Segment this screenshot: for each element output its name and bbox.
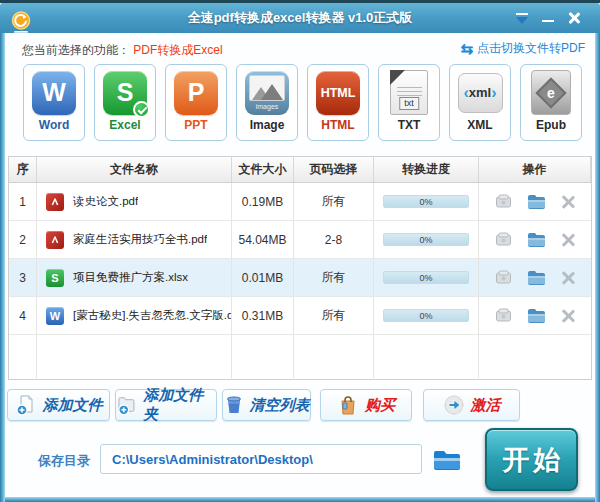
txt-icon: txt xyxy=(390,70,428,115)
open-file-icon[interactable] xyxy=(495,232,512,247)
function-bar: 您当前选择的功能： PDF转换成Excel ⇆ 点击切换文件转PDF xyxy=(5,33,595,63)
page-selection[interactable]: 所有 xyxy=(294,183,374,220)
xml-icon: ‹xml› xyxy=(458,73,503,113)
window-top-edge xyxy=(0,0,600,3)
page-selection[interactable]: 所有 xyxy=(294,259,374,296)
file-size: 0.31MB xyxy=(232,297,294,334)
close-icon xyxy=(568,12,580,24)
excel-file-icon: S xyxy=(46,269,64,287)
file-size: 54.04MB xyxy=(232,221,294,258)
check-badge-icon xyxy=(133,101,150,118)
add-file-label: 添加文件 xyxy=(43,396,103,415)
progress-bar: 0% xyxy=(383,233,469,246)
header-actions: 操作 xyxy=(479,157,591,182)
word-file-icon: W xyxy=(46,307,64,325)
window-right-edge xyxy=(595,33,600,502)
app-window: 全速pdf转换成excel转换器 v1.0正式版 您当前选择的功能： PDF转换… xyxy=(0,0,600,502)
file-size: 0.01MB xyxy=(232,259,294,296)
table-row-selected[interactable]: 3 S 项目免费推广方案.xlsx 0.01MB 所有 0% xyxy=(9,259,591,297)
format-word-label: Word xyxy=(24,118,84,132)
format-image[interactable]: images Image xyxy=(236,64,298,141)
table-row[interactable]: 2 家庭生活实用技巧全书.pdf 54.04MB 2-8 0% xyxy=(9,221,591,259)
delete-icon[interactable] xyxy=(561,233,575,247)
format-epub-label: Epub xyxy=(521,118,581,132)
page-selection[interactable]: 所有 xyxy=(294,297,374,334)
format-txt-label: TXT xyxy=(379,118,439,132)
format-txt[interactable]: txt TXT xyxy=(378,64,440,141)
file-name: 读史论文.pdf xyxy=(73,194,138,209)
row-index: 2 xyxy=(9,221,37,258)
open-folder-icon[interactable] xyxy=(527,232,546,247)
format-excel-label: Excel xyxy=(95,118,155,132)
titlebar[interactable]: 全速pdf转换成excel转换器 v1.0正式版 xyxy=(0,3,600,33)
switch-mode-label: 点击切换文件转PDF xyxy=(477,40,585,57)
activate-label: 激活 xyxy=(471,396,501,415)
table-empty-row xyxy=(9,335,591,378)
app-logo-icon xyxy=(9,10,33,34)
open-file-icon[interactable] xyxy=(495,270,512,285)
header-progress: 转换进度 xyxy=(374,157,479,182)
pdf-file-icon xyxy=(46,231,64,249)
header-index: 序 xyxy=(9,157,37,182)
add-folder-button[interactable]: 添加文件夹 xyxy=(115,389,217,421)
format-epub[interactable]: e Epub xyxy=(520,64,582,141)
format-ppt-label: PPT xyxy=(166,118,226,132)
add-folder-label: 添加文件夹 xyxy=(143,386,216,424)
word-icon: W xyxy=(32,71,76,115)
minimize-button[interactable] xyxy=(538,9,558,27)
page-selection[interactable]: 2-8 xyxy=(294,221,374,258)
progress-bar: 0% xyxy=(383,195,469,208)
current-function: PDF转换成Excel xyxy=(133,43,222,57)
file-name: [蒙古秘史].失吉忽秃忽.文字版.doc xyxy=(73,308,231,323)
add-file-button[interactable]: 添加文件 xyxy=(7,389,110,421)
table-header: 序 文件名称 文件大小 页码选择 转换进度 操作 xyxy=(9,157,591,183)
progress-bar: 0% xyxy=(383,309,469,322)
buy-button[interactable]: 购买 xyxy=(320,389,412,421)
save-dir-label: 保存目录 xyxy=(38,452,90,470)
format-excel[interactable]: S Excel xyxy=(94,64,156,141)
activate-icon xyxy=(443,394,465,416)
file-size: 0.19MB xyxy=(232,183,294,220)
add-folder-icon xyxy=(116,394,137,416)
format-ppt[interactable]: P PPT xyxy=(165,64,227,141)
switch-mode-link[interactable]: ⇆ 点击切换文件转PDF xyxy=(460,40,585,57)
format-html[interactable]: HTML HTML xyxy=(307,64,369,141)
image-icon: images xyxy=(245,71,289,115)
ppt-icon: P xyxy=(174,71,218,115)
save-path-input[interactable] xyxy=(100,444,422,474)
header-filename: 文件名称 xyxy=(37,157,232,182)
table-row[interactable]: 1 读史论文.pdf 0.19MB 所有 0% xyxy=(9,183,591,221)
delete-icon[interactable] xyxy=(561,271,575,285)
file-table: 序 文件名称 文件大小 页码选择 转换进度 操作 1 读史论文.pdf 0.19… xyxy=(8,156,592,380)
file-name: 家庭生活实用技巧全书.pdf xyxy=(73,232,207,247)
function-label: 您当前选择的功能： xyxy=(22,43,130,57)
skin-menu-icon[interactable] xyxy=(512,9,532,27)
open-folder-icon[interactable] xyxy=(527,270,546,285)
folder-browse-icon[interactable] xyxy=(432,448,462,472)
window-bottom-edge xyxy=(0,497,600,502)
buy-icon xyxy=(337,394,359,416)
close-button[interactable] xyxy=(564,9,584,27)
format-xml-label: XML xyxy=(450,118,510,132)
format-xml[interactable]: ‹xml› XML xyxy=(449,64,511,141)
table-row[interactable]: 4 W [蒙古秘史].失吉忽秃忽.文字版.doc 0.31MB 所有 0% xyxy=(9,297,591,335)
file-name: 项目免费推广方案.xlsx xyxy=(73,270,188,285)
format-image-label: Image xyxy=(237,118,297,132)
window-left-edge xyxy=(0,33,5,502)
format-html-label: HTML xyxy=(308,118,368,132)
add-file-icon xyxy=(15,394,37,416)
buy-label: 购买 xyxy=(365,396,395,415)
activate-button[interactable]: 激活 xyxy=(423,389,520,421)
delete-icon[interactable] xyxy=(561,309,575,323)
open-folder-icon[interactable] xyxy=(527,194,546,209)
open-folder-icon[interactable] xyxy=(527,308,546,323)
row-index: 4 xyxy=(9,297,37,334)
clear-list-label: 清空列表 xyxy=(250,396,310,415)
open-file-icon[interactable] xyxy=(495,308,512,323)
open-file-icon[interactable] xyxy=(495,194,512,209)
start-button[interactable]: 开始 xyxy=(485,428,578,491)
format-word[interactable]: W Word xyxy=(23,64,85,141)
epub-icon: e xyxy=(531,70,571,115)
clear-list-button[interactable]: 清空列表 xyxy=(222,389,311,421)
delete-icon[interactable] xyxy=(561,195,575,209)
